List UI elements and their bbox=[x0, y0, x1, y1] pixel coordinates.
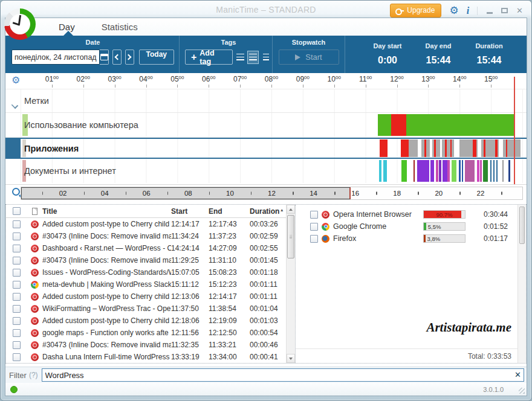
table-row[interactable]: #30473 (Inline Docs: Remove invalid ma11… bbox=[6, 254, 286, 266]
timeline-segment[interactable] bbox=[459, 160, 460, 182]
row-checkbox[interactable] bbox=[13, 233, 21, 240]
row-checkbox[interactable] bbox=[13, 305, 21, 313]
timeline-segment[interactable] bbox=[430, 140, 432, 157]
scroll-thumb[interactable] bbox=[287, 215, 294, 258]
timeline-segment[interactable] bbox=[447, 160, 449, 182]
chevron-down-icon[interactable] bbox=[11, 102, 18, 109]
app-usage-row[interactable]: Firefox3,8%0:01:17 bbox=[296, 233, 517, 245]
entries-scrollbar[interactable] bbox=[286, 205, 295, 363]
timeline-segment[interactable] bbox=[424, 140, 426, 157]
table-row[interactable]: google maps - Function only works afte12… bbox=[6, 327, 286, 339]
timeline-segment[interactable] bbox=[401, 160, 407, 182]
minimize-button[interactable] bbox=[487, 12, 493, 14]
timeline-segment[interactable] bbox=[477, 160, 479, 182]
row-checkbox[interactable] bbox=[13, 257, 21, 265]
timeline-segment[interactable] bbox=[450, 140, 452, 157]
app-checkbox[interactable] bbox=[310, 223, 318, 231]
stopwatch-start-button[interactable]: Start bbox=[279, 50, 339, 65]
filter-input[interactable] bbox=[42, 368, 524, 382]
table-row[interactable]: Added custom post-type to Cherry child12… bbox=[6, 290, 286, 303]
timeline-segment[interactable] bbox=[483, 160, 487, 182]
timeline-settings-gear-icon[interactable]: ⚙ bbox=[11, 75, 20, 85]
timeline-segment[interactable] bbox=[417, 160, 430, 182]
timeline-segment[interactable] bbox=[383, 160, 387, 182]
timeline-segment[interactable] bbox=[499, 140, 503, 157]
timeline-segment[interactable] bbox=[480, 160, 481, 182]
calendar-button[interactable] bbox=[100, 50, 109, 65]
tag-view-compact-button[interactable] bbox=[260, 51, 272, 64]
timeline-segment[interactable] bbox=[436, 160, 438, 182]
upgrade-button[interactable]: Upgrade bbox=[390, 4, 441, 18]
row-checkbox[interactable] bbox=[13, 281, 21, 289]
app-checkbox[interactable] bbox=[310, 235, 318, 243]
table-row[interactable]: Added custom post-type to Cherry child12… bbox=[6, 218, 286, 230]
column-end[interactable]: End bbox=[209, 207, 250, 216]
row-checkbox[interactable] bbox=[13, 341, 21, 349]
table-row[interactable]: #30473 (Inline Docs: Remove invalid ma11… bbox=[6, 230, 286, 242]
timeline-segment[interactable] bbox=[380, 140, 387, 157]
table-row[interactable]: Dashboard ‹ Rarst.net — WordPress - O14:… bbox=[6, 242, 286, 254]
timeline-segment[interactable] bbox=[439, 160, 441, 182]
row-checkbox[interactable] bbox=[13, 245, 21, 252]
timeline-segment[interactable] bbox=[493, 160, 495, 182]
timeline-segment[interactable] bbox=[465, 160, 475, 182]
tab-statistics[interactable]: Statistics bbox=[102, 22, 138, 32]
scroll-down-arrow[interactable] bbox=[287, 354, 295, 363]
tag-view-list-button[interactable] bbox=[234, 51, 246, 64]
row-checkbox[interactable] bbox=[13, 293, 21, 301]
table-row[interactable]: #30473 (Inline Docs: Remove invalid ma11… bbox=[6, 339, 286, 351]
select-all-checkbox[interactable] bbox=[13, 207, 21, 215]
info-icon[interactable]: i bbox=[467, 5, 469, 16]
next-day-button[interactable] bbox=[125, 50, 134, 65]
app-usage-row[interactable]: Opera Internet Browser90.7%0:30:44 bbox=[296, 208, 517, 220]
table-row[interactable]: Added custom post-type to Cherry child12… bbox=[6, 315, 286, 327]
timeline-segment[interactable] bbox=[440, 140, 442, 157]
settings-gear-icon[interactable]: ⚙ bbox=[449, 5, 458, 16]
timeline-segment[interactable] bbox=[414, 160, 415, 182]
resize-grip[interactable] bbox=[519, 388, 525, 394]
timeline-segment[interactable] bbox=[478, 140, 481, 157]
add-tag-button[interactable]: Add tag bbox=[185, 50, 233, 65]
timeline-segment[interactable] bbox=[434, 140, 436, 157]
timeline-segment[interactable] bbox=[443, 160, 447, 182]
timeline-segment[interactable] bbox=[445, 140, 446, 157]
column-start[interactable]: Start bbox=[171, 207, 209, 216]
zoom-track[interactable]: 0204060810121416182022 bbox=[21, 187, 523, 200]
filter-clear-icon[interactable] bbox=[514, 370, 521, 379]
magnifier-icon[interactable] bbox=[12, 188, 20, 196]
timeline-row[interactable]: Метки bbox=[5, 89, 527, 113]
timeline-segment[interactable] bbox=[508, 160, 510, 182]
row-checkbox[interactable] bbox=[13, 353, 21, 361]
row-checkbox[interactable] bbox=[13, 220, 21, 228]
app-usage-row[interactable]: Google Chrome5,5%0:01:52 bbox=[296, 220, 517, 233]
table-row[interactable]: Dasha Luna Intern Full-time WordPress13:… bbox=[6, 351, 286, 363]
table-row[interactable]: WikiFormatting – WordPress Trac - Ope11:… bbox=[6, 303, 286, 315]
apps-scroll-thumb[interactable] bbox=[519, 207, 525, 244]
previous-day-button[interactable] bbox=[112, 50, 122, 65]
timeline-segment[interactable] bbox=[496, 160, 498, 182]
scroll-up-arrow[interactable] bbox=[287, 205, 295, 214]
timeline-row[interactable]: Документы и интернет bbox=[5, 159, 527, 183]
timeline-row[interactable]: Использование компьютера bbox=[5, 113, 527, 138]
timeline-segment[interactable] bbox=[495, 140, 497, 157]
table-row[interactable]: meta-devhub | Making WordPress Slack15:1… bbox=[6, 278, 286, 290]
timeline-segment[interactable] bbox=[484, 140, 485, 157]
timeline-segment[interactable] bbox=[473, 140, 476, 157]
timeline-segment[interactable] bbox=[391, 114, 406, 136]
timeline-segment[interactable] bbox=[430, 160, 434, 182]
timeline-segment[interactable] bbox=[379, 160, 382, 182]
timeline-segment[interactable] bbox=[454, 140, 459, 157]
close-button[interactable] bbox=[516, 7, 523, 14]
timeline-segment[interactable] bbox=[452, 160, 456, 182]
date-input[interactable] bbox=[11, 50, 100, 65]
tag-view-detailed-button[interactable] bbox=[247, 51, 259, 64]
timeline-segment[interactable] bbox=[418, 140, 421, 157]
maximize-button[interactable] bbox=[501, 8, 508, 13]
timeline-segment[interactable] bbox=[490, 160, 491, 182]
timeline-row[interactable]: Приложения bbox=[5, 138, 527, 159]
timeline-segment[interactable] bbox=[462, 160, 463, 182]
row-checkbox[interactable] bbox=[13, 269, 21, 277]
timeline-segment[interactable] bbox=[506, 140, 507, 157]
row-checkbox[interactable] bbox=[13, 329, 21, 337]
timeline-segment[interactable] bbox=[401, 140, 408, 157]
